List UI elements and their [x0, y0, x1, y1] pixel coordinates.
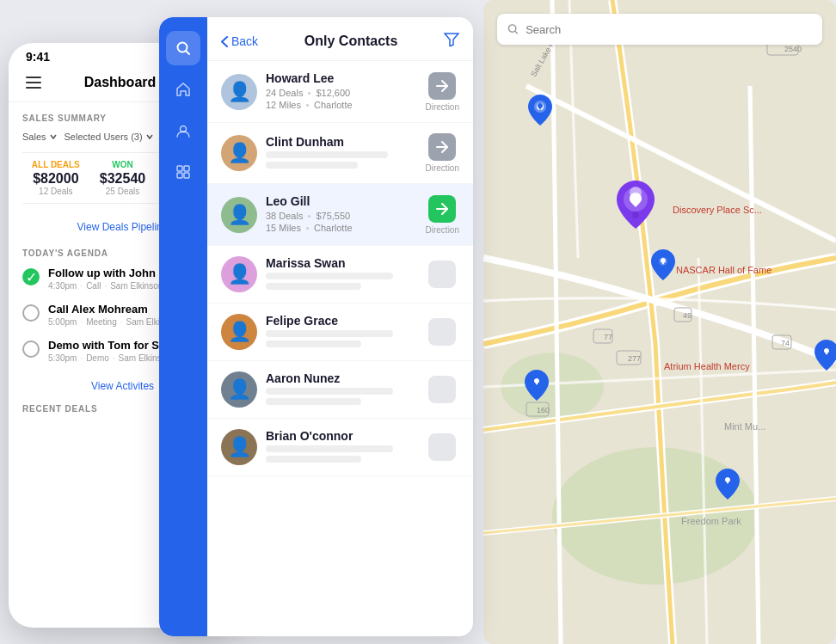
contact-meta-location: 15 Miles Charlotte	[266, 223, 419, 233]
map-pin-1[interactable]	[528, 95, 552, 126]
won-label: WON	[89, 160, 157, 169]
skeleton-line-1	[266, 151, 388, 158]
contact-info: Marissa Swan	[266, 256, 425, 292]
back-button[interactable]: Back	[221, 34, 258, 48]
contacts-list: 👤 Howard Lee 24 Deals $12,600 12 Miles C…	[207, 61, 473, 476]
direction-label: Direction	[426, 225, 459, 235]
svg-text:74: 74	[781, 339, 790, 347]
contact-meta: 38 Deals $75,550	[266, 211, 419, 221]
direction-placeholder	[425, 318, 459, 346]
scene: Salt Lake Fwy 2540 77 277 49 160 74 Disc…	[0, 0, 836, 644]
direction-placeholder	[425, 261, 459, 288]
all-deals-count: 12 Deals	[22, 187, 89, 196]
skeleton-line-2	[266, 456, 361, 463]
skeleton-line-2	[266, 398, 361, 405]
agenda-check	[22, 340, 40, 358]
contact-info: Leo Gill 38 Deals $75,550 15 Miles Charl…	[266, 194, 419, 235]
contact-name: Marissa Swan	[266, 256, 425, 270]
skeleton-line-2	[266, 162, 358, 169]
direction-button[interactable]: Direction	[426, 195, 459, 235]
direction-button[interactable]: Direction	[426, 72, 459, 112]
contact-item[interactable]: 👤 Leo Gill 38 Deals $75,550 15 Miles Cha…	[207, 184, 473, 246]
contact-avatar: 👤	[221, 74, 257, 110]
search-icon	[507, 23, 519, 35]
svg-text:160: 160	[537, 406, 550, 414]
skeleton-line-1	[266, 445, 393, 452]
sidebar-grid-icon[interactable]	[166, 155, 200, 189]
contact-avatar: 👤	[221, 371, 257, 408]
direction-placeholder	[425, 433, 459, 461]
direction-label: Direction	[426, 102, 459, 112]
direction-button[interactable]: Direction	[426, 133, 459, 173]
svg-text:Freedom Park: Freedom Park	[681, 516, 741, 526]
contact-avatar: 👤	[221, 256, 257, 292]
won-value: $32540	[89, 171, 157, 187]
svg-text:2540: 2540	[784, 45, 802, 53]
skeleton-line-2	[266, 340, 361, 347]
filter-icon[interactable]	[444, 33, 459, 50]
contact-avatar: 👤	[221, 135, 257, 171]
all-deals-value: $82000	[22, 171, 89, 187]
all-deals-stat: ALL DEALS $82000 12 Deals	[22, 160, 89, 196]
hamburger-menu[interactable]	[26, 77, 41, 89]
sidebar-search-icon[interactable]	[166, 31, 200, 65]
contact-info: Aaron Nunez	[266, 371, 425, 408]
svg-text:NASCAR Hall of Fame: NASCAR Hall of Fame	[676, 265, 771, 275]
direction-icon[interactable]	[428, 195, 456, 223]
all-deals-label: ALL DEALS	[22, 160, 89, 169]
contact-name: Clint Dunham	[266, 135, 419, 149]
contacts-main: Back Only Contacts 👤 Howard Lee 24 Deals…	[207, 17, 473, 636]
contact-item[interactable]: 👤 Aaron Nunez	[207, 361, 473, 419]
contact-avatar: 👤	[221, 314, 257, 350]
contact-info: Brian O'connor	[266, 429, 425, 465]
contact-avatar: 👤	[221, 429, 257, 465]
contact-meta-location: 12 Miles Charlotte	[266, 100, 419, 110]
svg-rect-30	[177, 166, 182, 171]
contact-item[interactable]: 👤 Marissa Swan	[207, 246, 473, 304]
contact-item[interactable]: 👤 Clint Dunham Direction	[207, 123, 473, 184]
contact-info: Felipe Grace	[266, 314, 425, 350]
map-pin-active[interactable]	[617, 181, 655, 229]
contacts-sidebar	[159, 17, 207, 636]
contacts-title: Only Contacts	[265, 34, 437, 49]
map-panel: Salt Lake Fwy 2540 77 277 49 160 74 Disc…	[483, 0, 836, 644]
skeleton-line-1	[266, 330, 393, 337]
direction-label: Direction	[426, 163, 459, 173]
svg-text:Atrium Health Mercy: Atrium Health Mercy	[664, 361, 750, 371]
map-pin-4[interactable]	[814, 340, 836, 371]
svg-rect-33	[184, 173, 189, 178]
svg-text:77: 77	[604, 333, 612, 341]
skeleton-line-1	[266, 388, 393, 395]
contact-name: Aaron Nunez	[266, 371, 425, 385]
contact-item[interactable]: 👤 Felipe Grace	[207, 304, 473, 361]
phone-time: 9:41	[26, 50, 50, 64]
contact-item[interactable]: 👤 Brian O'connor	[207, 419, 473, 476]
contacts-panel: Back Only Contacts 👤 Howard Lee 24 Deals…	[159, 17, 473, 636]
contact-name: Felipe Grace	[266, 314, 425, 328]
sales-filter[interactable]: Sales	[22, 132, 58, 142]
map-pin-2[interactable]	[651, 249, 675, 280]
map-pin-5[interactable]	[716, 469, 740, 500]
contact-meta: 24 Deals $12,600	[266, 88, 419, 98]
users-filter[interactable]: Selected Users (3)	[65, 132, 154, 142]
contact-name: Brian O'connor	[266, 429, 425, 443]
svg-rect-32	[177, 173, 182, 178]
svg-text:49: 49	[683, 311, 692, 320]
svg-text:Mint Mu...: Mint Mu...	[724, 421, 765, 432]
contact-info: Clint Dunham	[266, 135, 419, 171]
direction-icon[interactable]	[428, 133, 456, 161]
contacts-header: Back Only Contacts	[207, 17, 473, 61]
map-pin-3[interactable]	[525, 370, 549, 401]
svg-text:Discovery Place Sc...: Discovery Place Sc...	[673, 205, 762, 215]
agenda-check	[22, 304, 40, 322]
map-search-input[interactable]	[526, 23, 812, 36]
contact-name: Leo Gill	[266, 194, 419, 208]
skeleton-line-2	[266, 283, 361, 290]
sidebar-contacts-icon[interactable]	[166, 113, 200, 148]
phone-title: Dashboard	[84, 75, 157, 90]
direction-icon[interactable]	[428, 72, 456, 100]
sidebar-home-icon[interactable]	[166, 72, 200, 107]
map-search-bar[interactable]	[497, 14, 822, 45]
skeleton-line-1	[266, 273, 393, 279]
contact-item[interactable]: 👤 Howard Lee 24 Deals $12,600 12 Miles C…	[207, 61, 473, 123]
